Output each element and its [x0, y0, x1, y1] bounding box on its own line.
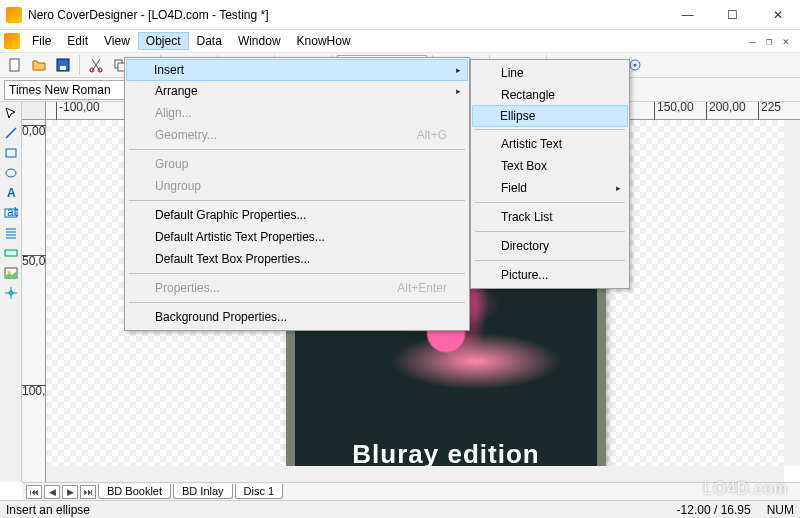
- textbox-tool[interactable]: ab: [2, 204, 20, 222]
- rectangle-tool[interactable]: [2, 144, 20, 162]
- tool-palette: A ab: [0, 102, 22, 482]
- close-button[interactable]: ✕: [755, 0, 800, 29]
- menu-data[interactable]: Data: [189, 32, 230, 50]
- object-menu-dropdown: Insert▸ Arrange▸ Align... Geometry...Alt…: [124, 57, 470, 331]
- menu-insert-ellipse[interactable]: Ellipse: [472, 105, 628, 127]
- horizontal-scrollbar[interactable]: [46, 466, 784, 482]
- watermark: LO4D.com: [704, 480, 788, 498]
- app-icon: [6, 7, 22, 23]
- tab-bd-booklet[interactable]: BD Booklet: [98, 484, 171, 499]
- menu-knowhow[interactable]: KnowHow: [289, 32, 359, 50]
- line-tool[interactable]: [2, 124, 20, 142]
- svg-rect-2: [60, 66, 66, 70]
- menu-default-graphic[interactable]: Default Graphic Properties...: [127, 204, 467, 226]
- svg-point-28: [6, 169, 16, 177]
- menu-insert[interactable]: Insert▸: [126, 59, 468, 81]
- minimize-button[interactable]: —: [665, 0, 710, 29]
- svg-rect-32: [5, 250, 17, 256]
- menu-insert-line[interactable]: Line: [473, 62, 627, 84]
- tab-disc-1[interactable]: Disc 1: [235, 484, 284, 499]
- ellipse-tool[interactable]: [2, 164, 20, 182]
- menu-ungroup: Ungroup: [127, 175, 467, 197]
- save-button[interactable]: [52, 54, 74, 76]
- mdi-restore-button[interactable]: ❐: [763, 35, 776, 48]
- svg-rect-0: [10, 59, 19, 71]
- status-numlock: NUM: [767, 503, 794, 517]
- guide-tool[interactable]: [2, 284, 20, 302]
- tab-nav-next[interactable]: ▶: [62, 485, 78, 499]
- tab-bd-inlay[interactable]: BD Inlay: [173, 484, 233, 499]
- menu-default-artistic[interactable]: Default Artistic Text Properties...: [127, 226, 467, 248]
- vertical-scrollbar[interactable]: [784, 120, 800, 466]
- menu-properties: Properties...Alt+Enter: [127, 277, 467, 299]
- title-bar: Nero CoverDesigner - [LO4D.com - Testing…: [0, 0, 800, 30]
- menu-window[interactable]: Window: [230, 32, 289, 50]
- ruler-corner: [22, 102, 46, 120]
- selection-tool[interactable]: [2, 104, 20, 122]
- menu-geometry: Geometry...Alt+G: [127, 124, 467, 146]
- open-button[interactable]: [28, 54, 50, 76]
- svg-point-26: [634, 64, 637, 67]
- image-tool[interactable]: [2, 264, 20, 282]
- status-bar: Insert an ellipse -12.00 / 16.95 NUM: [0, 500, 800, 518]
- menu-default-textbox[interactable]: Default Text Box Properties...: [127, 248, 467, 270]
- menu-insert-picture[interactable]: Picture...: [473, 264, 627, 286]
- window-title: Nero CoverDesigner - [LO4D.com - Testing…: [28, 8, 665, 22]
- maximize-button[interactable]: ☐: [710, 0, 755, 29]
- mdi-minimize-button[interactable]: –: [746, 35, 759, 48]
- menu-group: Group: [127, 153, 467, 175]
- svg-text:ab: ab: [7, 206, 18, 219]
- menu-arrange[interactable]: Arrange▸: [127, 80, 467, 102]
- mdi-child-icon: [4, 33, 20, 49]
- document-tabs: ⏮ ◀ ▶ ⏭ BD Booklet BD Inlay Disc 1: [22, 482, 800, 500]
- svg-rect-27: [6, 149, 16, 157]
- status-coords: -12.00 / 16.95: [677, 503, 751, 517]
- menu-insert-tracklist[interactable]: Track List: [473, 206, 627, 228]
- menu-insert-textbox[interactable]: Text Box: [473, 155, 627, 177]
- field-tool[interactable]: [2, 244, 20, 262]
- tab-nav-prev[interactable]: ◀: [44, 485, 60, 499]
- mdi-close-button[interactable]: ×: [779, 35, 792, 48]
- insert-submenu-dropdown: Line Rectangle Ellipse Artistic Text Tex…: [470, 59, 630, 289]
- status-hint: Insert an ellipse: [6, 503, 90, 517]
- svg-point-3: [90, 68, 94, 72]
- menu-insert-rectangle[interactable]: Rectangle: [473, 84, 627, 106]
- svg-point-4: [98, 68, 102, 72]
- ruler-vertical: 0,00 50,00 100,00: [22, 120, 46, 482]
- menu-view[interactable]: View: [96, 32, 138, 50]
- menu-bar: File Edit View Object Data Window KnowHo…: [0, 30, 800, 52]
- tab-nav-last[interactable]: ⏭: [80, 485, 96, 499]
- menu-background-properties[interactable]: Background Properties...: [127, 306, 467, 328]
- menu-object[interactable]: Object: [138, 32, 189, 50]
- mdi-controls: – ❐ ×: [746, 35, 796, 48]
- cut-button[interactable]: [85, 54, 107, 76]
- menu-insert-directory[interactable]: Directory: [473, 235, 627, 257]
- menu-align: Align...: [127, 102, 467, 124]
- svg-text:A: A: [7, 186, 16, 200]
- font-name-combo[interactable]: Times New Roman: [4, 80, 144, 100]
- menu-file[interactable]: File: [24, 32, 59, 50]
- menu-insert-artistic-text[interactable]: Artistic Text: [473, 133, 627, 155]
- menu-insert-field[interactable]: Field▸: [473, 177, 627, 199]
- artistic-text-tool[interactable]: A: [2, 184, 20, 202]
- tab-nav-first[interactable]: ⏮: [26, 485, 42, 499]
- menu-edit[interactable]: Edit: [59, 32, 96, 50]
- tracklist-tool[interactable]: [2, 224, 20, 242]
- new-button[interactable]: [4, 54, 26, 76]
